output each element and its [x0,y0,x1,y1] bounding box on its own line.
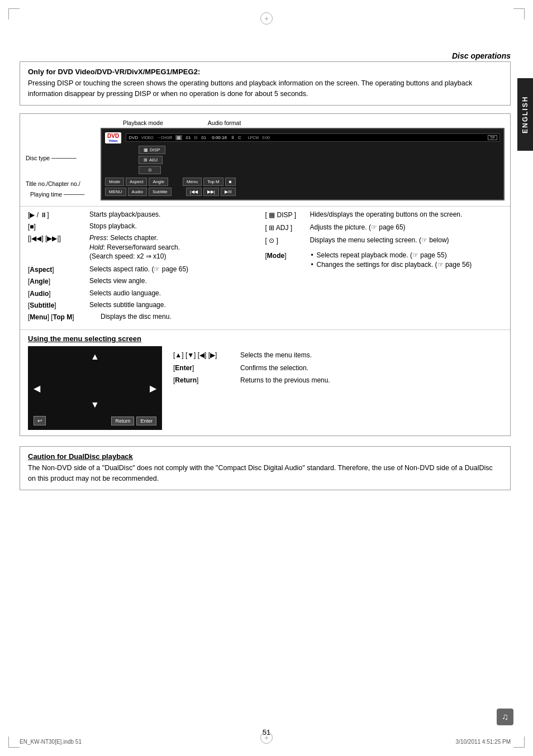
func-desc: Press: Selects chapter. Hold: Reverse/fo… [89,233,265,261]
title-callout: Title no./Chapter no./ Playing time ────… [26,179,93,200]
disc-type-callout: Disc type ────── [26,153,93,164]
top-m-button[interactable]: Top M [203,178,223,186]
func-desc: Selects subtitle language. [89,300,265,310]
menu-back-button[interactable]: ↩ [34,416,46,425]
menu-desc-enter: [Enter] Confirms the selection. [173,362,330,374]
func-mode-container: [Mode] Selects repeat playback mode. (☞ … [265,251,503,270]
func-desc: Displays the menu selecting screen. (☞ b… [310,236,503,245]
menu-nav-down[interactable]: ▼ [91,400,99,410]
func-aspect-row: [Aspect] Selects aspect ratio. (☞ page 6… [28,265,265,323]
func-desc: Starts playback/pauses. [89,210,265,219]
func-key: [Audio] [28,289,89,299]
func-aspect: [Aspect] Selects aspect ratio. (☞ page 6… [28,265,265,275]
left-callouts: Disc type ────── Title no./Chapter no./ … [26,119,93,200]
audio-format-label: Audio format [208,119,241,126]
menu-description: [▲] [▼] [◀] [▶] Selects the menu items. … [173,346,330,430]
func-key: [Mode] [265,251,310,261]
audio-button[interactable]: Audio [128,188,147,196]
stop-button[interactable]: ■ [225,178,236,186]
menu-button[interactable]: Menu [183,178,202,186]
dvd-btns-row2: MENU Audio Subtitle |◀◀ ▶▶| ▶/II [105,188,500,196]
func-desc: Hides/displays the operating buttons on … [310,210,503,219]
functions-left-col: [▶ / ⏸] Starts playback/pauses. [■] Stop… [28,210,265,324]
menu-nav-left[interactable]: ◀ [34,383,40,394]
playback-mode-label: Playback mode [123,119,163,126]
func-disp: [ ▦ DISP ] Hides/displays the operating … [265,210,503,221]
caution-title: Caution for DualDisc playback [28,452,502,461]
func-audio: [Audio] Selects audio language. [28,289,265,299]
dvd-diagram-area: Disc type ────── Title no./Chapter no./ … [20,114,510,200]
return-button[interactable]: Return [111,417,134,425]
menu2-button[interactable]: MENU [105,188,126,196]
subtitle-button[interactable]: Subtitle [149,188,172,196]
dvd-status-bar: DVD VIDEO →CHGR ▦ 01 ⊟ 01 0:00:16 ⏸ C LP… [126,133,500,142]
func-desc: Selects view angle. [89,276,265,286]
footer-left: EN_KW-NT30[E].indb 51 [20,739,82,745]
func-subtitle: [Subtitle] Selects subtitle language. [28,300,265,311]
section-header: Disc operations [452,51,511,60]
func-angle: [Angle] Selects view angle. [28,276,265,287]
func-key: [Subtitle] [28,300,89,311]
menu-nav-up[interactable]: ▲ [91,352,99,362]
tp-badge: TP [488,135,497,140]
music-note-icon: ♫ [497,709,513,725]
func-desc: Stops playback. [89,222,265,231]
circle-button[interactable]: ⊙ [139,166,161,174]
func-key: [Menu] [Top M] [28,312,101,323]
func-desc: Selects repeat playback mode. (☞ page 55… [310,251,503,270]
language-sidebar: ENGLISH [517,78,533,151]
next-button[interactable]: ▶▶| [203,188,219,196]
menu-section-body: ▲ ◀ ▶ ▼ ↩ Return E [20,346,510,436]
dvd-adj-row: ⊞ADJ [105,156,500,164]
disc-operations-section: Disc type ────── Title no./Chapter no./ … [20,113,511,437]
dvd-screen: DVD Video DVD VIDEO →CHGR ▦ 01 ⊟ 01 [101,128,505,200]
menu-selecting-section: Using the menu selecting screen ▲ ◀ ▶ ▼ … [20,330,510,436]
dvd-screen-row1: DVD Video DVD VIDEO →CHGR ▦ 01 ⊟ 01 [105,132,500,143]
caution-box: Caution for DualDisc playback The Non-DV… [20,446,511,490]
func-key: [ ⊙ ] [265,236,310,246]
dvd-circle-row: ⊙ [105,166,500,174]
func-circle: [ ⊙ ] Displays the menu selecting screen… [265,236,503,246]
info-box-text: Pressing DISP or touching the screen sho… [28,78,502,99]
play-pause-button[interactable]: ▶/II [221,188,236,196]
func-desc: Selects aspect ratio. (☞ page 65) [89,265,265,274]
corner-mark-tr [513,8,525,20]
dvd-btns-row1: Mode Aspect Angle Menu Top M ■ [105,178,500,186]
aspect-button[interactable]: Aspect [126,178,147,186]
mode-bullet1: Selects repeat playback mode. (☞ page 55… [310,251,503,260]
func-key: [Angle] [28,276,89,287]
func-adj: [ ⊞ ADJ ] Adjusts the picture. (☞ page 6… [265,223,503,233]
mode-button[interactable]: Mode [105,178,124,186]
menu-nav-val: Selects the menu items. [240,350,312,361]
menu-screen: ▲ ◀ ▶ ▼ ↩ Return E [28,346,162,430]
info-box-title: Only for DVD Video/DVD-VR/DivX/MPEG1/MPE… [28,68,502,76]
func-desc: Displays the disc menu. [101,312,265,322]
menu-return-val: Returns to the previous menu. [240,375,330,386]
menu-return-key: [Return] [173,375,235,386]
corner-mark-br [513,736,525,748]
corner-mark-tl [8,8,20,20]
menu-action-buttons: Return Enter [111,417,156,425]
page-number: 51 [263,728,270,736]
prev-button[interactable]: |◀◀ [186,188,202,196]
reg-mark-top [260,12,273,25]
func-desc: Selects audio language. [89,289,265,298]
menu-nav-key: [▲] [▼] [◀] [▶] [173,350,235,361]
func-key: [ ⊞ ADJ ] [265,223,310,233]
func-key: [|◀◀] [▶▶|] [28,233,89,244]
menu-section-header: Using the menu selecting screen [20,330,510,346]
info-box: Only for DVD Video/DVD-VR/DivX/MPEG1/MPE… [20,61,511,106]
dvd-logo: DVD Video [105,132,121,143]
menu-desc-return: [Return] Returns to the previous menu. [173,375,330,386]
menu-nav-right[interactable]: ▶ [150,383,156,394]
disp-button[interactable]: ▦DISP [139,146,165,154]
enter-button[interactable]: Enter [136,417,156,425]
main-content: Only for DVD Video/DVD-VR/DivX/MPEG1/MPE… [20,61,511,722]
adj-button[interactable]: ⊞ADJ [139,156,163,164]
func-key: [Aspect] [28,265,89,275]
angle-button[interactable]: Angle [149,178,168,186]
caution-text: The Non-DVD side of a "DualDisc" does no… [28,463,502,484]
func-menu-topm: [Menu] [Top M] Displays the disc menu. [28,312,265,323]
func-mode: [Mode] Selects repeat playback mode. (☞ … [265,251,503,270]
footer-right: 3/10/2011 4:51:25 PM [456,739,511,745]
